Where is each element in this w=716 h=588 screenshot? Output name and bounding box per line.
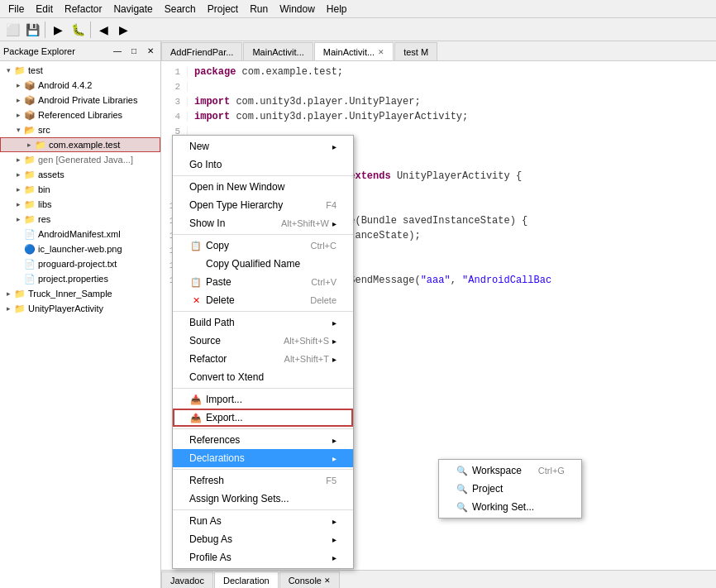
tab-testm[interactable]: test M [394,42,437,60]
tree-item-label: Truck_Inner_Sample [28,289,112,299]
ctx-item-copyqualified[interactable]: Copy Qualified Name [173,255,353,273]
ctx-item-buildpath[interactable]: Build Path ▸ [173,313,353,332]
tree-item-referenced-libs[interactable]: ▸ 📦 Referenced Libraries [0,108,160,122]
ctx-item-references[interactable]: References ▸ [173,431,353,449]
menu-item-search[interactable]: Search [160,2,201,17]
ctx-item-debugas[interactable]: Debug As ▸ [173,530,353,548]
tree-item-unity[interactable]: ▸ 📁 UnityPlayerActivity [0,301,160,316]
expand-arrow[interactable]: ▸ [13,199,23,209]
menu-item-run[interactable]: Run [245,2,273,17]
expand-arrow[interactable]: ▾ [13,125,23,135]
bottom-tabs-bar: Javadoc Declaration Console ✕ [161,570,716,588]
tree-item-libs[interactable]: ▸ 📁 libs [0,197,160,212]
toolbar-back-btn[interactable]: ◀ [94,21,112,39]
tree-item-iclauncher[interactable]: 🔵 ic_launcher-web.png [0,241,160,256]
ctx-item-convert-xtend[interactable]: Convert to Xtend [173,368,353,386]
ctx-separator [173,234,353,235]
ctx-item-runas[interactable]: Run As ▸ [173,512,353,530]
ctx-shortcut: Alt+Shift+S [284,336,329,346]
ctx-item-delete[interactable]: ✕ Delete Delete [173,291,353,309]
menu-item-window[interactable]: Window [274,2,320,17]
line-content: import com.unity3d.player.UnityPlayerAct… [188,111,468,122]
expand-arrow[interactable]: ▸ [13,184,23,194]
ctx-item-label: Source [189,335,221,347]
ctx-item-label: Assign Working Sets... [189,493,289,504]
submenu-arrow: ▸ [332,337,337,346]
ctx-item-refactor[interactable]: Refactor Alt+Shift+T ▸ [173,350,353,368]
expand-arrow[interactable]: ▸ [13,214,23,224]
expand-arrow[interactable]: ▸ [3,289,13,299]
expand-arrow[interactable]: ▸ [13,170,23,179]
project-icon: 📁 [13,287,26,300]
tree-item-truck[interactable]: ▸ 📁 Truck_Inner_Sample [0,286,160,301]
expand-arrow[interactable]: ▸ [13,155,23,165]
line-number: 1 [161,67,188,77]
bottom-tab-declaration[interactable]: Declaration [214,571,279,588]
menu-item-edit[interactable]: Edit [31,2,58,17]
menu-item-refactor[interactable]: Refactor [60,2,107,17]
toolbar-forward-btn[interactable]: ▶ [114,21,132,39]
tree-item-android-private[interactable]: ▸ 📦 Android Private Libraries [0,93,160,108]
tree-item-proguard[interactable]: 📄 proguard-project.txt [0,256,160,271]
tree-item-android442[interactable]: ▸ 📦 Android 4.4.2 [0,78,160,93]
ctx-shortcut: Alt+Shift+W [281,218,329,228]
tab-addfriend[interactable]: AddFriendPar... [161,42,242,60]
tree-item-androidmanifest[interactable]: 📄 AndroidManifest.xml [0,227,160,241]
toolbar-save-btn[interactable]: 💾 [23,21,41,39]
tree-item-assets[interactable]: ▸ 📁 assets [0,167,160,182]
panel-close-btn[interactable]: ✕ [144,45,157,58]
ctx-item-label: Profile As [189,552,232,563]
ctx-item-typehierarchy[interactable]: Open Type Hierarchy F4 [173,196,353,214]
ctx-item-new[interactable]: New ▸ [173,137,353,155]
ctx-item-copy[interactable]: 📋 Copy Ctrl+C [173,237,353,255]
tab-mainactivity1[interactable]: MainActivit... [243,42,313,60]
menu-item-navigate[interactable]: Navigate [108,2,157,17]
ctx-item-export[interactable]: 📤 Export... [173,409,353,427]
ctx-shortcut: Ctrl+G [538,466,565,476]
ctx-item-source[interactable]: Source Alt+Shift+S ▸ [173,332,353,350]
tree-item-src[interactable]: ▾ 📂 src [0,122,160,137]
toolbar-debug-btn[interactable]: 🐛 [69,21,87,39]
panel-maximize-btn[interactable]: □ [127,45,141,58]
declarations-workingset[interactable]: 🔍 Working Set... [439,498,581,516]
toolbar-new-btn[interactable]: ⬜ [3,21,21,39]
ctx-item-openwindow[interactable]: Open in New Window [173,178,353,196]
declarations-workspace[interactable]: 🔍 Workspace Ctrl+G [439,461,581,480]
tree-item-res[interactable]: ▸ 📁 res [0,212,160,227]
editor-tabs-bar: AddFriendPar... MainActivit... MainActiv… [161,41,716,61]
tree-item-label: com.example.test [49,140,120,150]
expand-arrow[interactable]: ▸ [13,80,23,90]
ctx-item-label: Open in New Window [189,181,284,193]
ctx-item-gointo[interactable]: Go Into [173,155,353,174]
ctx-item-profileas[interactable]: Profile As ▸ [173,548,353,566]
toolbar-run-btn[interactable]: ▶ [49,21,67,39]
tree-item-test[interactable]: ▾ 📁 test [0,63,160,78]
tree-item-comexampletest[interactable]: ▸ 📁 com.example.test [0,137,160,152]
bottom-tab-javadoc[interactable]: Javadoc [161,571,213,588]
tab-close-btn[interactable]: ✕ [378,48,384,56]
expand-arrow[interactable]: ▾ [3,65,13,75]
declarations-project[interactable]: 🔍 Project [439,480,581,498]
menu-item-help[interactable]: Help [322,2,352,17]
ctx-item-paste[interactable]: 📋 Paste Ctrl+V [173,273,353,291]
folder-icon: 📁 [23,168,36,181]
bottom-tab-console[interactable]: Console ✕ [279,571,340,588]
menu-item-file[interactable]: File [3,2,29,17]
ctx-item-declarations[interactable]: Declarations ▸ [173,449,353,467]
ctx-item-import[interactable]: 📥 Import... [173,390,353,409]
tab-mainactivity2[interactable]: MainActivit... ✕ [314,42,394,60]
expand-arrow[interactable]: ▸ [24,140,34,150]
tree-item-bin[interactable]: ▸ 📁 bin [0,182,160,197]
ctx-item-showin[interactable]: Show In Alt+Shift+W ▸ [173,214,353,232]
tree-item-gen[interactable]: ▸ 📁 gen [Generated Java...] [0,152,160,167]
xml-icon: 📄 [23,227,36,241]
ctx-item-refresh[interactable]: Refresh F5 [173,471,353,490]
ctx-item-assign-workingsets[interactable]: Assign Working Sets... [173,490,353,508]
console-close-icon[interactable]: ✕ [324,576,331,585]
tree-item-projectprop[interactable]: 📄 project.properties [0,271,160,286]
expand-arrow[interactable]: ▸ [3,304,13,313]
panel-minimize-btn[interactable]: — [111,45,124,58]
expand-arrow[interactable]: ▸ [13,95,23,105]
expand-arrow[interactable]: ▸ [13,110,23,120]
menu-item-project[interactable]: Project [203,2,243,17]
